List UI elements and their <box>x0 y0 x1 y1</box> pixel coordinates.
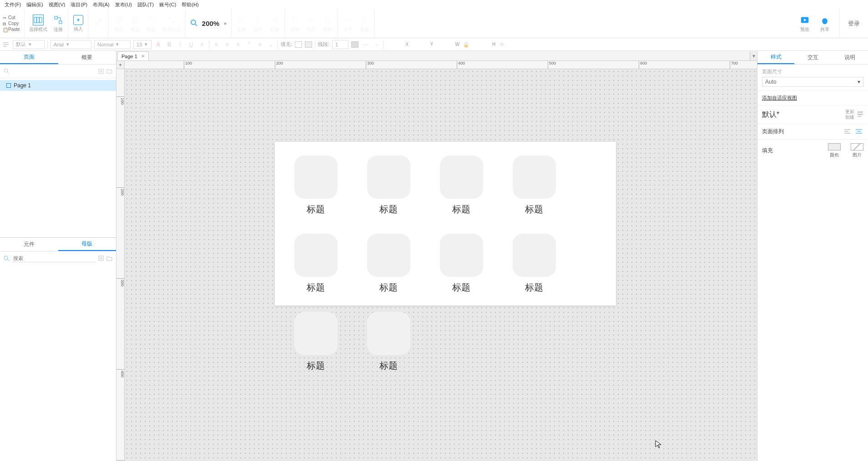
bold-icon[interactable]: B <box>165 40 173 49</box>
menu-file[interactable]: 文件(F) <box>2 0 24 9</box>
fill-color-swatch[interactable] <box>295 41 302 48</box>
stroke-width-select[interactable]: 1 <box>332 40 348 49</box>
tab-interactions[interactable]: 交互 <box>794 51 831 64</box>
visibility-icon[interactable]: 👁 <box>498 40 506 49</box>
copy-button[interactable]: ⧉Copy <box>3 20 24 26</box>
font-select[interactable]: Arial▾ <box>50 40 91 49</box>
card-item[interactable]: 标题 <box>511 234 557 294</box>
x-input[interactable] <box>390 42 404 47</box>
add-master-icon[interactable] <box>98 256 104 261</box>
fill-color-option[interactable]: 颜色 <box>828 143 841 158</box>
connect-icon[interactable] <box>53 15 64 25</box>
cut-button[interactable]: ✂Cut <box>3 15 24 20</box>
add-adaptive-link[interactable]: 添加自适应视图 <box>762 95 797 100</box>
menu-layout[interactable]: 布局(A) <box>90 0 112 9</box>
card-item[interactable]: 标题 <box>439 234 484 294</box>
paste-button[interactable]: 📋Paste <box>3 26 24 32</box>
style-preset-select[interactable]: 默认▾ <box>13 40 45 49</box>
align-middle-icon[interactable] <box>306 15 317 25</box>
page-tab[interactable]: Page 1 ✕ <box>117 51 149 60</box>
close-tab-icon[interactable]: ✕ <box>141 54 145 59</box>
card-item[interactable]: 标题 <box>439 155 484 215</box>
preview-button[interactable] <box>799 15 810 25</box>
bring-front-icon[interactable] <box>113 15 124 25</box>
align-right-icon[interactable] <box>269 15 280 25</box>
library-search-input[interactable] <box>12 255 96 262</box>
card-item[interactable]: 标题 <box>293 312 338 372</box>
text-align-mid-icon[interactable]: ≡ <box>256 40 264 49</box>
lock-aspect-icon[interactable]: 🔒 <box>462 40 470 49</box>
y-input[interactable] <box>415 42 429 47</box>
menu-team[interactable]: 团队(T) <box>135 0 156 9</box>
tab-overflow-icon[interactable]: ▾ <box>750 51 757 60</box>
menu-edit[interactable]: 编辑(E) <box>24 0 46 9</box>
fill-alt-swatch[interactable] <box>305 41 312 48</box>
card-item[interactable]: 标题 <box>366 234 411 294</box>
login-button[interactable]: 登录 <box>839 9 860 38</box>
add-master-folder-icon[interactable] <box>106 256 112 261</box>
insert-button[interactable]: + <box>73 15 83 25</box>
h-input[interactable] <box>477 42 490 47</box>
zoom-icon[interactable] <box>190 19 197 28</box>
bullet-list-icon[interactable]: ≡ <box>198 40 206 49</box>
horizontal-ruler[interactable]: 100 200 300 400 500 600 700 800 <box>125 61 757 69</box>
pen-icon[interactable] <box>93 15 104 26</box>
share-button[interactable] <box>819 15 830 25</box>
stroke-color-swatch[interactable] <box>351 41 358 48</box>
card-item[interactable]: 标题 <box>366 155 411 215</box>
align-left-icon[interactable] <box>236 15 247 25</box>
style-manager-icon[interactable] <box>2 40 10 49</box>
arrow-style-icon[interactable]: → <box>372 40 380 49</box>
align-top-icon[interactable] <box>289 15 300 25</box>
align-center-icon[interactable] <box>252 15 263 25</box>
text-align-right-icon[interactable]: ≡ <box>234 40 242 49</box>
page-align-center-icon[interactable] <box>854 128 863 135</box>
text-align-bot-icon[interactable]: ⌄ <box>267 40 275 49</box>
text-align-center-icon[interactable]: ≡ <box>223 40 231 49</box>
align-bottom-icon[interactable] <box>322 15 333 25</box>
zoom-input[interactable] <box>199 20 222 27</box>
page-align-left-icon[interactable] <box>843 128 852 135</box>
w-input[interactable] <box>439 42 453 47</box>
menu-account[interactable]: 账号(C) <box>156 0 179 9</box>
distribute-v-icon[interactable] <box>359 15 370 25</box>
menu-publish[interactable]: 发布(U) <box>112 0 135 9</box>
italic-icon[interactable]: I <box>176 40 184 49</box>
add-folder-icon[interactable] <box>106 69 112 74</box>
distribute-h-icon[interactable] <box>343 15 353 25</box>
card-item[interactable]: 标题 <box>293 234 338 294</box>
tab-widgets[interactable]: 元件 <box>0 238 58 251</box>
text-align-top-icon[interactable]: ⌃ <box>245 40 253 49</box>
add-page-icon[interactable] <box>98 69 104 74</box>
tab-outline[interactable]: 概要 <box>58 51 116 64</box>
styleset-manage-icon[interactable] <box>857 111 863 119</box>
tab-notes[interactable]: 说明 <box>831 51 868 64</box>
card-item[interactable]: 标题 <box>293 155 338 215</box>
stroke-style-icon[interactable]: — <box>361 40 369 49</box>
send-back-icon[interactable] <box>130 15 141 25</box>
page-item[interactable]: Page 1 <box>0 80 116 91</box>
group-icon[interactable] <box>146 15 157 25</box>
design-canvas[interactable]: 标题 标题 标题 标题 标题 标题 标题 标题 标题 标题 <box>125 69 757 461</box>
fill-image-option[interactable]: 图片 <box>851 143 863 158</box>
font-weight-select[interactable]: Normal▾ <box>94 40 131 49</box>
menu-view[interactable]: 视图(V) <box>46 0 68 9</box>
page-size-select[interactable]: Auto▾ <box>762 77 863 87</box>
text-color-icon[interactable]: A <box>154 40 162 49</box>
card-item[interactable]: 标题 <box>511 155 557 215</box>
ruler-corner[interactable]: + <box>116 61 125 69</box>
artboard[interactable]: 标题 标题 标题 标题 标题 标题 标题 标题 标题 标题 <box>275 142 616 306</box>
tab-masters[interactable]: 母版 <box>58 238 116 251</box>
font-size-select[interactable]: 13▾ <box>133 40 151 49</box>
tab-pages[interactable]: 页面 <box>0 51 58 64</box>
underline-icon[interactable]: U <box>187 40 195 49</box>
zoom-dropdown-icon[interactable]: ▾ <box>224 20 227 27</box>
text-align-left-icon[interactable]: ≡ <box>212 40 220 49</box>
search-icon[interactable] <box>4 68 10 74</box>
tab-style[interactable]: 样式 <box>757 51 794 64</box>
vertical-ruler[interactable]: 100 200 300 400 500 <box>116 69 125 461</box>
ungroup-icon[interactable] <box>166 15 177 25</box>
menu-project[interactable]: 项目(P) <box>68 0 90 9</box>
search-icon[interactable] <box>4 256 10 261</box>
select-mode-icon[interactable] <box>33 15 44 25</box>
